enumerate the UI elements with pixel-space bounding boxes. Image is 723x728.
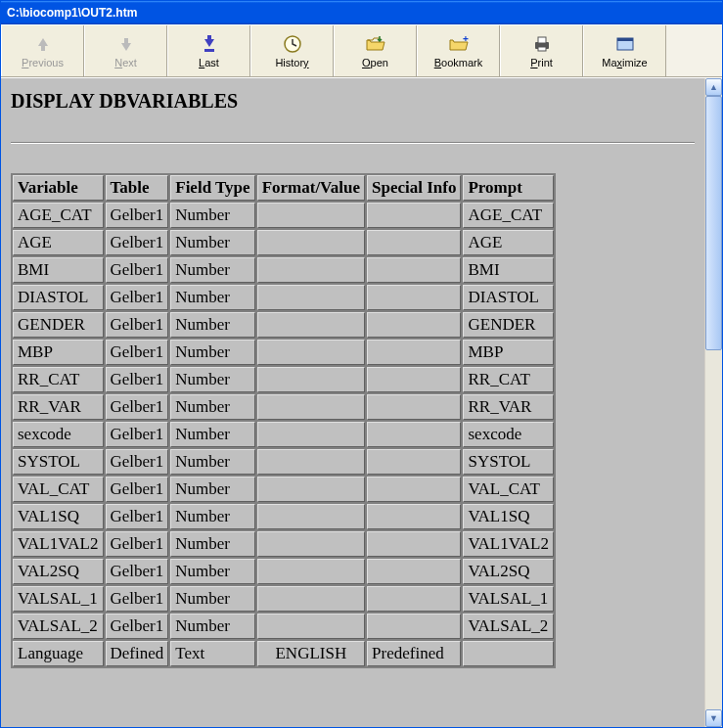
print-button[interactable]: Print [500,25,583,76]
bookmark-icon: + [449,33,469,55]
cell-special-info [367,477,461,502]
cell-variable: MBP [13,340,104,365]
cell-variable: VAL2SQ [13,559,104,584]
col-table: Table [106,175,169,201]
cell-table: Gelber1 [106,285,169,310]
next-button[interactable]: Next [84,25,167,76]
cell-format-value [257,559,365,584]
cell-prompt [463,641,554,666]
cell-field-type: Number [170,614,254,639]
table-row: VAL1SQGelber1NumberVAL1SQ [13,504,554,529]
maximize-icon [616,33,634,55]
col-special-info: Special Info [367,175,461,201]
cell-field-type: Text [170,641,254,666]
table-row: MBPGelber1NumberMBP [13,340,554,365]
col-variable: Variable [13,175,104,201]
clock-icon [284,33,301,55]
cell-field-type: Number [170,586,254,612]
cell-table: Gelber1 [106,477,169,502]
cell-format-value [257,614,365,639]
toolbar-label: pen [371,57,388,68]
vertical-scrollbar[interactable]: ▲ ▼ [704,78,722,727]
cell-variable: DIASTOL [13,285,104,310]
content-area: DISPLAY DBVARIABLES Variable Table Field… [1,78,704,727]
content-frame: DISPLAY DBVARIABLES Variable Table Field… [1,77,722,727]
cell-table: Gelber1 [106,312,169,338]
cell-special-info [367,285,461,310]
cell-variable: VAL1SQ [13,504,104,529]
cell-variable: VAL1VAL2 [13,531,104,557]
cell-variable: VALSAL_1 [13,586,104,612]
cell-table: Defined [106,641,169,666]
cell-format-value [257,285,365,310]
cell-special-info [367,257,461,283]
cell-format-value: ENGLISH [257,641,365,666]
toolbar-label: rint [538,57,553,68]
cell-special-info [367,449,461,475]
maximize-button[interactable]: Maximize [583,25,666,76]
table-row: SYSTOLGelber1NumberSYSTOL [13,449,554,475]
cell-variable: RR_VAR [13,394,104,420]
page-title: DISPLAY DBVARIABLES [11,90,695,113]
cell-special-info [367,203,461,228]
cell-table: Gelber1 [106,531,169,557]
svg-rect-0 [204,49,214,52]
titlebar[interactable]: C:\biocomp1\OUT2.htm [1,1,722,24]
scroll-down-button[interactable]: ▼ [705,709,722,727]
scroll-thumb[interactable] [705,96,722,350]
printer-icon [532,33,552,55]
cell-table: Gelber1 [106,614,169,639]
db-variables-table: Variable Table Field Type Format/Value S… [11,173,556,668]
table-row: VAL2SQGelber1NumberVAL2SQ [13,559,554,584]
bookmark-button[interactable]: + Bookmark [417,25,500,76]
cell-prompt: VAL_CAT [463,477,554,502]
history-button[interactable]: History [250,25,334,76]
cell-special-info: Predefined [367,641,461,666]
col-format-value: Format/Value [257,175,365,201]
cell-format-value [257,340,365,365]
table-row: BMIGelber1NumberBMI [13,257,554,283]
cell-variable: AGE_CAT [13,203,104,228]
toolbar-label: ast [204,57,219,68]
table-row: RR_VARGelber1NumberRR_VAR [13,394,554,420]
cell-prompt: VALSAL_2 [463,614,554,639]
previous-button[interactable]: Previous [1,25,84,76]
cell-field-type: Number [170,285,254,310]
window-title: C:\biocomp1\OUT2.htm [7,6,137,20]
cell-prompt: GENDER [463,312,554,338]
cell-prompt: AGE_CAT [463,203,554,228]
cell-format-value [257,394,365,420]
cell-special-info [367,394,461,420]
cell-field-type: Number [170,422,254,447]
cell-special-info [367,422,461,447]
open-button[interactable]: Open [334,25,417,76]
cell-prompt: RR_VAR [463,394,554,420]
cell-table: Gelber1 [106,586,169,612]
table-row: GENDERGelber1NumberGENDER [13,312,554,338]
svg-rect-7 [617,38,633,41]
toolbar-label: ookmark [441,57,482,68]
cell-variable: AGE [13,230,104,255]
last-button[interactable]: Last [167,25,250,76]
arrow-up-icon [36,33,50,55]
cell-format-value [257,531,365,557]
cell-prompt: sexcode [463,422,554,447]
table-row: sexcodeGelber1Numbersexcode [13,422,554,447]
svg-text:+: + [463,36,469,44]
cell-table: Gelber1 [106,504,169,529]
table-row: LanguageDefinedTextENGLISHPredefined [13,641,554,666]
scroll-track[interactable] [705,96,722,709]
cell-format-value [257,230,365,255]
cell-format-value [257,367,365,392]
cell-table: Gelber1 [106,394,169,420]
table-row: VALSAL_1Gelber1NumberVALSAL_1 [13,586,554,612]
cell-table: Gelber1 [106,203,169,228]
toolbar-label: ext [122,57,137,68]
cell-prompt: BMI [463,257,554,283]
cell-field-type: Number [170,203,254,228]
cell-field-type: Number [170,394,254,420]
table-row: DIASTOLGelber1NumberDIASTOL [13,285,554,310]
table-header-row: Variable Table Field Type Format/Value S… [13,175,554,201]
cell-prompt: RR_CAT [463,367,554,392]
scroll-up-button[interactable]: ▲ [705,78,722,96]
